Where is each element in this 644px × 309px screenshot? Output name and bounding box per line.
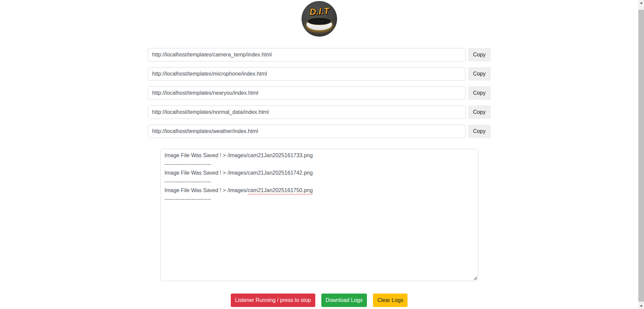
download-logs-button[interactable]: Download Logs [321,294,367,307]
log-separator: -------------------------- [165,160,474,169]
url-input-camera-temp[interactable] [148,48,466,61]
scroll-down-icon [640,305,643,307]
copy-button-camera-temp[interactable]: Copy [468,48,491,61]
log-separator: -------------------------- [165,177,474,186]
url-input-nearyou[interactable] [148,86,466,100]
scroll-up-icon [640,2,643,4]
copy-button-nearyou[interactable]: Copy [468,86,491,100]
url-row-nearyou: Copy [148,86,491,100]
scrollbar-thumb[interactable] [638,10,644,302]
page-scrollbar[interactable] [638,0,644,309]
logo-text: D.I.T [302,5,337,18]
action-button-row: Listener Running / press to stop Downloa… [148,294,491,307]
url-row-camera-temp: Copy [148,48,491,61]
resize-grip-icon[interactable] [474,276,477,280]
copy-button-weather[interactable]: Copy [468,125,491,138]
dit-logo: D.I.T [302,1,337,37]
page: D.I.T Copy Copy Copy Copy Copy [0,0,638,307]
log-line-misspelled-filename: cam21Jan2025161750.png [248,187,313,193]
log-separator: -------------------------- [165,195,474,204]
url-input-weather[interactable] [148,125,466,138]
copy-button-microphone[interactable]: Copy [468,67,491,81]
clear-logs-button[interactable]: Clear Logs [373,294,408,307]
url-row-normal-data: Copy [148,105,491,119]
log-line: Image File Was Saved ! > /images/cam21Ja… [165,169,474,177]
log-line: Image File Was Saved ! > /images/cam21Ja… [165,151,474,160]
listener-toggle-button[interactable]: Listener Running / press to stop [231,294,315,307]
logo-container: D.I.T [0,0,638,37]
logo-disc-top [308,18,331,25]
url-row-microphone: Copy [148,67,491,81]
url-row-weather: Copy [148,125,491,138]
url-input-normal-data[interactable] [148,105,466,119]
scroll-down-button[interactable] [638,303,644,309]
log-line-prefix: Image File Was Saved ! > /images/ [165,187,248,193]
log-line: Image File Was Saved ! > /images/cam21Ja… [165,186,474,195]
main-content: Copy Copy Copy Copy Copy Image File Was … [148,48,491,307]
copy-button-normal-data[interactable]: Copy [468,105,491,119]
log-output-textarea[interactable]: Image File Was Saved ! > /images/cam21Ja… [160,149,478,281]
url-rows: Copy Copy Copy Copy Copy [148,48,491,138]
url-input-microphone[interactable] [148,67,466,81]
scroll-up-button[interactable] [638,0,644,6]
